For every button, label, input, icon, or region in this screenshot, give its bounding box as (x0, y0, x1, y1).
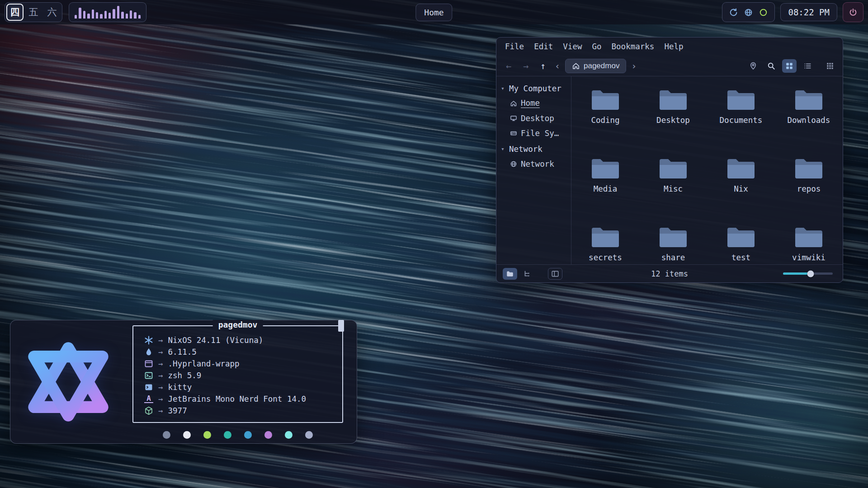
file-manager-toolbar: ← → ↑ ‹ pagedmov › (496, 56, 843, 76)
fetch-line-packages: → 3977 (144, 405, 331, 417)
folder-item[interactable]: Desktop (639, 84, 707, 152)
breadcrumb-path-button[interactable]: pagedmov (565, 59, 626, 73)
folder-label: Coding (591, 116, 619, 125)
workspace-button[interactable]: 六 (43, 4, 61, 21)
folder-item[interactable]: Misc (639, 152, 707, 221)
sidebar-item-file-system[interactable]: File Sy… (501, 126, 571, 141)
fetch-line-wm: → .Hyprland-wrapp (144, 358, 331, 370)
breadcrumb-scroll-left-icon[interactable]: ‹ (553, 61, 561, 71)
sidebar-places-toggle[interactable] (503, 268, 517, 280)
visualizer-bar (92, 9, 94, 19)
back-button[interactable]: ← (502, 59, 515, 73)
top-panel: 四 五 六 Home (0, 0, 868, 24)
desktop: 四 五 六 Home (0, 0, 868, 488)
arrow-glyph: → (158, 359, 163, 368)
sidebar-item-desktop[interactable]: Desktop (501, 111, 571, 126)
fetch-line-os: → NixOS 24.11 (Vicuna) (144, 334, 331, 346)
hard-drive-icon (510, 130, 517, 137)
sidebar-section-my-computer[interactable]: ▾ My Computer (501, 81, 571, 96)
fetch-value-wm: .Hyprland-wrapp (168, 359, 240, 368)
terminal-window[interactable]: pagedmov → NixOS 24.11 (Vicuna) → 6 (10, 320, 357, 444)
collapse-caret-icon: ▾ (501, 85, 506, 92)
workspace-button[interactable]: 四 (6, 4, 24, 21)
tree-view-icon (523, 270, 531, 278)
arrows-rotate-icon[interactable] (729, 8, 738, 17)
folder-item[interactable]: Coding (571, 84, 639, 152)
file-manager-window: FileEditViewGoBookmarksHelp ← → ↑ ‹ page… (496, 37, 843, 283)
home-icon (572, 62, 580, 70)
folder-view: Coding Desktop (571, 76, 843, 264)
panel-layout-icon (551, 270, 559, 278)
palette-dot (244, 431, 252, 439)
sidebar-tree-toggle[interactable] (520, 268, 534, 280)
menu-item[interactable]: Help (660, 39, 687, 54)
forward-button[interactable]: → (519, 59, 533, 73)
map-pin-icon (749, 62, 757, 70)
visualizer-bar (134, 12, 136, 19)
menu-item[interactable]: Go (588, 39, 605, 54)
search-icon (767, 62, 775, 70)
globe-icon[interactable] (744, 8, 753, 17)
sidebar-section-label: Network (509, 145, 542, 154)
up-button[interactable]: ↑ (536, 59, 550, 73)
folder-icon (794, 88, 824, 112)
compact-view-toggle[interactable] (823, 59, 837, 73)
folder-item[interactable]: Media (571, 152, 639, 221)
folder-icon (590, 88, 620, 112)
power-button[interactable] (843, 2, 863, 22)
statusbar-toggles (503, 268, 562, 280)
breadcrumb-scroll-right-icon[interactable]: › (630, 61, 638, 71)
clock: 08:22 PM (780, 3, 837, 21)
palette-dot (305, 431, 313, 439)
audio-visualizer (69, 2, 146, 22)
file-manager-body: ▾ My Computer Home Desktop (496, 76, 843, 264)
package-cube-icon (144, 406, 153, 415)
visualizer-bar (100, 14, 102, 19)
folder-label: Downloads (788, 116, 830, 125)
palette-dot (203, 431, 211, 439)
folder-item[interactable]: Documents (707, 84, 775, 152)
list-view-icon (803, 62, 811, 70)
palette-dot (224, 431, 231, 439)
sidebar-item-label: Desktop (521, 114, 554, 123)
folder-label: Desktop (656, 116, 690, 125)
sidebar-section-network[interactable]: ▾ Network (501, 141, 571, 156)
network-globe-icon (510, 160, 517, 168)
folder-small-icon (506, 270, 514, 278)
folder-item[interactable]: Nix (707, 152, 775, 221)
zoom-slider[interactable] (783, 268, 833, 280)
workspace-button[interactable]: 五 (25, 4, 42, 21)
menu-item[interactable]: Bookmarks (608, 39, 659, 54)
sidebar-item-label: File Sy… (521, 129, 559, 138)
visualizer-bar (75, 15, 77, 19)
side-pane-toggle[interactable] (548, 268, 562, 280)
palette-dot (285, 431, 292, 439)
menu-item[interactable]: View (559, 39, 586, 54)
fetch-line-terminal: → kitty (144, 381, 331, 393)
menu-item[interactable]: Edit (530, 39, 557, 54)
focused-window-button[interactable]: Home (415, 4, 452, 21)
visualizer-bar (138, 15, 141, 19)
visualizer-bar (126, 14, 128, 19)
folder-label: test (731, 253, 750, 262)
icon-view-toggle[interactable] (782, 59, 797, 73)
terminal-color-palette (163, 431, 313, 439)
sidebar-item-network[interactable]: Network (501, 156, 571, 171)
search-button[interactable] (764, 59, 778, 73)
sidebar-item-label: Network (521, 160, 554, 169)
system-tray (722, 2, 775, 22)
nix-snowflake-icon (144, 336, 153, 345)
font-icon: A (144, 394, 153, 403)
location-button[interactable] (746, 59, 760, 73)
folder-item[interactable]: repos (775, 152, 843, 221)
circle-indicator-icon[interactable] (759, 8, 768, 17)
fetch-line-font: A → JetBrains Mono Nerd Font 14.0 (144, 393, 331, 405)
zoom-slider-handle[interactable] (807, 270, 814, 277)
sidebar-item-home[interactable]: Home (501, 96, 571, 111)
list-view-toggle[interactable] (800, 59, 815, 73)
fetch-info-box: pagedmov → NixOS 24.11 (Vicuna) → 6 (132, 325, 343, 423)
folder-label: repos (797, 184, 821, 193)
folder-item[interactable]: Downloads (775, 84, 843, 152)
menu-item[interactable]: File (501, 39, 528, 54)
folder-icon (590, 157, 620, 180)
